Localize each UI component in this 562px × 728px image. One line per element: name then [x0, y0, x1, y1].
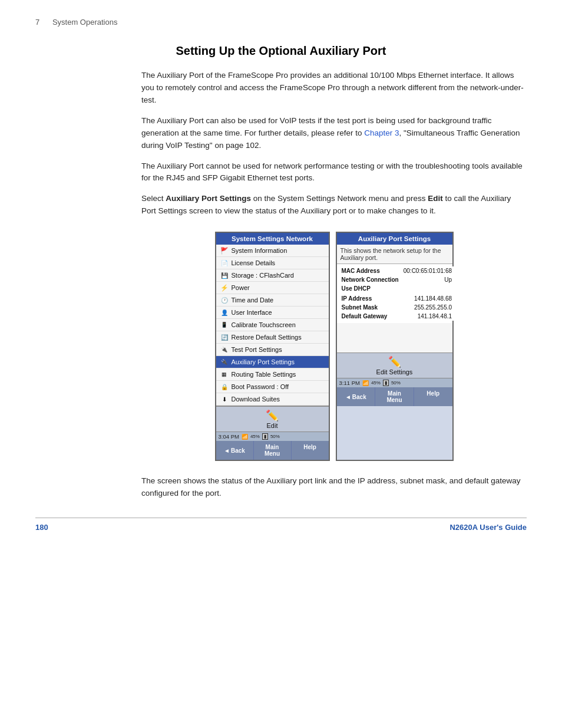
page-container: 7 System Operations Setting Up the Optio… [0, 0, 562, 728]
menu-item-label: System Information [232, 247, 287, 254]
mac-value: 00:C0:65:01:01:68 [401, 266, 454, 275]
menu-item-label: License Details [232, 259, 276, 266]
left-menu-list: 🚩 System Information 📄 License Details 💾… [216, 245, 329, 406]
left-main-menu-button[interactable]: Main Menu [254, 441, 292, 460]
system-info-icon: 🚩 [220, 246, 229, 255]
right-signal-icon: 📶 [362, 380, 369, 386]
menu-item-label: Boot Password : Off [232, 383, 289, 390]
closing-paragraph: The screen shows the status of the Auxil… [141, 475, 527, 500]
ip-address-row: IP Address 141.184.48.68 [339, 294, 455, 303]
netconn-label: Network Connection [339, 275, 401, 284]
aux-spacer [337, 323, 452, 353]
chapter-header: 7 System Operations [35, 18, 527, 27]
menu-restore-defaults[interactable]: 🔄 Restore Default Settings [216, 331, 329, 344]
menu-item-label: Routing Table Settings [232, 371, 296, 378]
right-edit-area: ✏️ Edit Settings [337, 353, 452, 378]
menu-item-label: Test Port Settings [232, 346, 282, 353]
content-area: The Auxiliary Port of the FrameScope Pro… [141, 70, 527, 500]
menu-item-label: Auxiliary Port Settings [232, 358, 295, 365]
right-nav-bar: ◄ Back Main Menu Help [337, 387, 452, 406]
left-signal-icon: 📶 [242, 434, 248, 440]
dhcp-label: Use DHCP [339, 284, 401, 294]
dhcp-value [401, 284, 454, 294]
page-number: 180 [35, 523, 48, 532]
right-battery-icon: ▮ [383, 380, 389, 386]
left-help-button[interactable]: Help [292, 441, 329, 460]
menu-item-label: Restore Default Settings [232, 334, 302, 341]
menu-user-interface[interactable]: 👤 User Interface [216, 307, 329, 319]
menu-system-information[interactable]: 🚩 System Information [216, 245, 329, 257]
edit-icon-right: ✏️ [339, 355, 450, 368]
paragraph-1: The Auxiliary Port of the FrameScope Pro… [141, 70, 527, 107]
back-arrow-right: ◄ [345, 394, 351, 400]
paragraph-3: The Auxiliary Port cannot be used for ne… [141, 160, 527, 185]
left-status-time: 3:04 PM [219, 433, 239, 440]
left-battery-label: 45% [250, 434, 260, 439]
menu-item-label: Storage : CFlashCard [232, 272, 294, 279]
right-screenshot: Auxiliary Port Settings This shows the n… [336, 232, 454, 461]
use-dhcp-row: Use DHCP [339, 284, 455, 294]
edit-icon-left: ✏️ [219, 409, 326, 422]
back-label-right: Back [352, 394, 366, 400]
left-signal-pct: 50% [270, 434, 280, 439]
left-battery-icon: ▮ [262, 433, 268, 440]
paragraph-4: Select Auxiliary Port Settings on the Sy… [141, 193, 527, 218]
edit-ref: Edit [428, 194, 443, 203]
menu-calibrate-touchscreen[interactable]: 📱 Calibrate Touchscreen [216, 319, 329, 331]
right-main-menu-button[interactable]: Main Menu [375, 387, 414, 406]
menu-time-date[interactable]: 🕐 Time and Date [216, 294, 329, 307]
left-title-bar: System Settings Network [216, 233, 329, 245]
network-connection-row: Network Connection Up [339, 275, 455, 284]
menu-item-label: Power [232, 284, 250, 291]
lock-icon: 🔒 [220, 383, 229, 391]
right-help-button[interactable]: Help [414, 387, 452, 406]
screenshots-row: System Settings Network 🚩 System Informa… [141, 232, 527, 461]
right-status-time: 3:11 PM [339, 380, 360, 386]
menu-storage[interactable]: 💾 Storage : CFlashCard [216, 269, 329, 282]
menu-routing-table[interactable]: ▦ Routing Table Settings [216, 368, 329, 381]
gateway-label: Default Gateway [339, 312, 401, 321]
left-back-button[interactable]: ◄ Back [216, 441, 254, 460]
right-signal-pct: 50% [391, 380, 401, 386]
right-title-bar: Auxiliary Port Settings [337, 233, 452, 245]
chapter-title: System Operations [52, 18, 118, 27]
chapter-num: 7 [35, 18, 39, 27]
edit-settings-label[interactable]: Edit Settings [339, 368, 450, 375]
ip-value: 141.184.48.68 [401, 294, 454, 303]
right-status-bar: 3:11 PM 📶 45% ▮ 50% [337, 378, 452, 387]
page-footer: 180 N2620A User's Guide [35, 518, 527, 532]
aux-data-table-container: MAC Address 00:C0:65:01:01:68 Network Co… [337, 264, 452, 323]
clock-icon: 🕐 [220, 296, 229, 304]
menu-item-ref: Auxiliary Port Settings [166, 194, 251, 203]
download-icon: ⬇ [220, 395, 229, 403]
aux-description: This shows the network setup for the Aux… [337, 245, 452, 264]
right-back-button[interactable]: ◄ Back [337, 387, 376, 406]
right-battery-label: 45% [371, 380, 381, 386]
left-nav-bar: ◄ Back Main Menu Help [216, 441, 329, 460]
ip-label: IP Address [339, 294, 401, 303]
default-gateway-row: Default Gateway 141.184.48.1 [339, 312, 455, 321]
chapter-link[interactable]: Chapter 3 [364, 129, 399, 137]
subnet-value: 255.255.255.0 [401, 303, 454, 312]
mac-label: MAC Address [339, 266, 401, 275]
routing-icon: ▦ [220, 370, 229, 378]
power-icon: ⚡ [220, 284, 229, 292]
left-screenshot: System Settings Network 🚩 System Informa… [215, 232, 330, 461]
menu-test-port[interactable]: 🔌 Test Port Settings [216, 344, 329, 356]
menu-download-suites[interactable]: ⬇ Download Suites [216, 393, 329, 406]
user-icon: 👤 [220, 308, 229, 317]
menu-item-label: Time and Date [232, 297, 274, 304]
aux-data-table: MAC Address 00:C0:65:01:01:68 Network Co… [339, 266, 455, 321]
subnet-mask-row: Subnet Mask 255.255.255.0 [339, 303, 455, 312]
menu-boot-password[interactable]: 🔒 Boot Password : Off [216, 381, 329, 393]
menu-item-label: Calibrate Touchscreen [232, 321, 296, 328]
paragraph-2: The Auxiliary Port can also be used for … [141, 115, 527, 152]
menu-license-details[interactable]: 📄 License Details [216, 257, 329, 269]
edit-label-left[interactable]: Edit [219, 422, 326, 429]
menu-auxiliary-port[interactable]: 🔌 Auxiliary Port Settings [216, 356, 329, 368]
mac-address-row: MAC Address 00:C0:65:01:01:68 [339, 266, 455, 275]
touchscreen-icon: 📱 [220, 321, 229, 329]
menu-power[interactable]: ⚡ Power [216, 282, 329, 294]
section-title: Setting Up the Optional Auxiliary Port [35, 44, 527, 58]
restore-icon: 🔄 [220, 333, 229, 341]
